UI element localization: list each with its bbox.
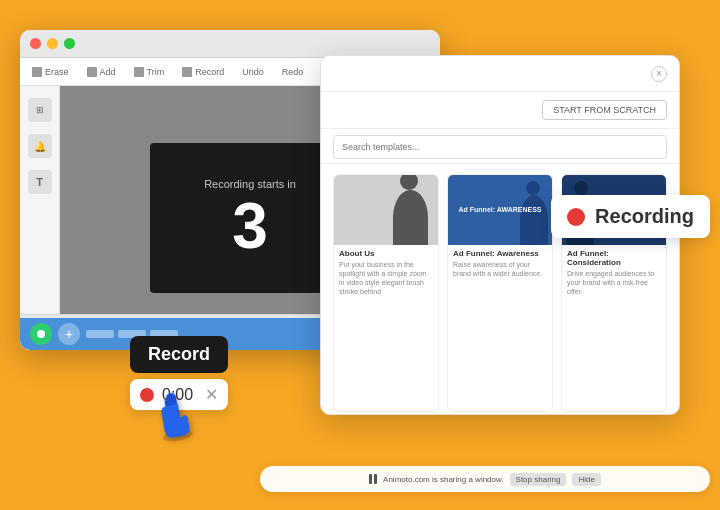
sharing-bar: Animoto.com is sharing a window. Stop sh… — [260, 466, 710, 492]
card-desc-about-us: Put your business in the spotlight with … — [339, 260, 433, 296]
sharing-pause-icon — [369, 474, 377, 484]
sidebar-text-button[interactable]: T — [28, 170, 52, 194]
hide-button[interactable]: Hide — [572, 473, 600, 486]
recording-dot-icon — [567, 208, 585, 226]
editor-sidebar: ⊞ 🔔 T — [20, 86, 60, 350]
sidebar-grid-button[interactable]: ⊞ — [28, 98, 52, 122]
bell-icon: 🔔 — [34, 141, 46, 152]
template-card-about-us[interactable]: About Us Put your business in the spotli… — [333, 174, 439, 412]
sidebar-bell-button[interactable]: 🔔 — [28, 134, 52, 158]
card-info-consideration: Ad Funnel: Consideration Drive engaged a… — [562, 245, 666, 300]
template-close-button[interactable]: × — [651, 66, 667, 82]
template-search-input[interactable] — [333, 135, 667, 159]
countdown-number: 3 — [232, 194, 268, 258]
editor-titlebar — [20, 30, 440, 58]
recording-badge: Recording — [551, 195, 710, 238]
footer-record-button[interactable] — [30, 323, 52, 345]
card-desc-consideration: Drive engaged audiences to your brand wi… — [567, 269, 661, 296]
sharing-text: Animoto.com is sharing a window. — [383, 475, 504, 484]
recording-label: Recording — [595, 205, 694, 228]
stop-sharing-button[interactable]: Stop sharing — [510, 473, 567, 486]
toolbar-record[interactable]: Record — [178, 65, 228, 79]
trim-icon — [134, 67, 144, 77]
awareness-thumb-label: Ad Funnel: AWARENESS — [459, 205, 542, 214]
window-dot-green[interactable] — [64, 38, 75, 49]
add-scene-icon[interactable]: + — [58, 323, 80, 345]
record-tooltip-label: Record — [130, 336, 228, 373]
rec-close-button[interactable]: ✕ — [205, 385, 218, 404]
card-desc-awareness: Raise awareness of your brand with a wid… — [453, 260, 547, 278]
text-icon: T — [36, 176, 43, 188]
template-header: × — [321, 56, 679, 92]
toolbar-erase[interactable]: Erase — [28, 65, 73, 79]
grid-icon: ⊞ — [36, 105, 44, 115]
card-info-awareness: Ad Funnel: Awareness Raise awareness of … — [448, 245, 552, 282]
footer-record-icon — [37, 330, 45, 338]
template-card-awareness[interactable]: Ad Funnel: AWARENESS Ad Funnel: Awarenes… — [447, 174, 553, 412]
erase-icon — [32, 67, 42, 77]
card-title-about-us: About Us — [339, 249, 433, 258]
toolbar-trim[interactable]: Trim — [130, 65, 169, 79]
template-search-bar: START FROM SCRATCH — [321, 92, 679, 129]
toolbar-redo[interactable]: Redo — [278, 65, 308, 79]
toolbar-undo[interactable]: Undo — [238, 65, 268, 79]
window-dot-yellow[interactable] — [47, 38, 58, 49]
card-info-about-us: About Us Put your business in the spotli… — [334, 245, 438, 300]
scene-thumb-1[interactable] — [86, 330, 114, 338]
add-icon — [87, 67, 97, 77]
window-dot-red[interactable] — [30, 38, 41, 49]
card-title-awareness: Ad Funnel: Awareness — [453, 249, 547, 258]
card-title-consideration: Ad Funnel: Consideration — [567, 249, 661, 267]
toolbar-add[interactable]: Add — [83, 65, 120, 79]
countdown-text: Recording starts in — [204, 178, 296, 190]
start-from-scratch-button[interactable]: START FROM SCRATCH — [542, 100, 667, 120]
record-icon — [182, 67, 192, 77]
